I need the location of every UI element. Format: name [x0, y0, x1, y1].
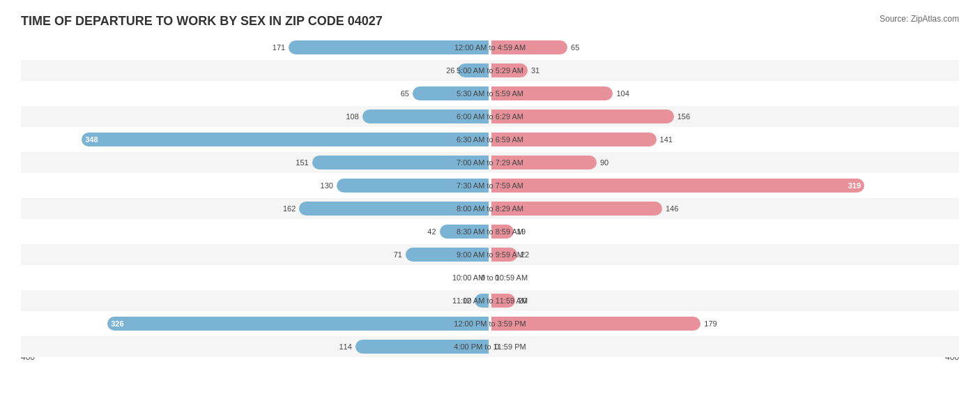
male-bar-container: 12 [21, 294, 489, 308]
male-value: 71 [394, 250, 402, 259]
female-value: 156 [677, 112, 690, 121]
bar-time-label: 6:30 AM to 6:59 AM [457, 129, 523, 150]
male-bar-container: 71 [21, 248, 489, 262]
female-bar-container: 90 [491, 156, 959, 169]
bar-right-section: 156 [490, 106, 959, 127]
bar-right-section: 0 [490, 336, 959, 357]
bar-left-section: 348 [21, 129, 490, 150]
male-value: 114 [339, 342, 351, 351]
bar-left-section: 71 [21, 244, 490, 265]
male-bar: 326 [107, 317, 489, 331]
female-value-inside: 319 [848, 181, 861, 190]
bar-left-section: 108 [21, 106, 490, 127]
bar-left-section: 0 [21, 267, 490, 288]
bar-left-section: 65 [21, 83, 490, 104]
bar-right-section: 22 [490, 244, 959, 265]
female-bar-container: 20 [491, 294, 959, 308]
male-value: 162 [283, 204, 296, 213]
male-bar-container: 171 [21, 40, 489, 54]
male-value: 130 [321, 181, 333, 190]
male-value: 42 [427, 227, 436, 236]
female-bar-container: 31 [491, 63, 959, 77]
bar-left-section: 12 [21, 290, 490, 311]
male-bar: 348 [82, 133, 489, 146]
male-bar-container: 65 [21, 86, 489, 100]
male-bar-container: 348 [21, 133, 489, 146]
bar-row: 1517:00 AM to 7:29 AM90 [21, 152, 959, 173]
female-value: 104 [616, 89, 629, 98]
bar-left-section: 42 [21, 221, 490, 242]
female-bar: 319 [491, 179, 864, 193]
bar-left-section: 114 [21, 336, 490, 357]
bar-time-label: 12:00 PM to 3:59 PM [454, 313, 526, 334]
female-bar-container: 22 [491, 248, 959, 262]
chart-title: TIME OF DEPARTURE TO WORK BY SEX IN ZIP … [21, 14, 959, 29]
bar-row: 1307:30 AM to 7:59 AM319 [21, 175, 959, 196]
bar-left-section: 171 [21, 37, 490, 58]
bar-row: 719:00 AM to 9:59 AM22 [21, 244, 959, 265]
male-bar-container: 151 [21, 156, 489, 169]
bar-row: 1144:00 PM to 11:59 PM0 [21, 336, 959, 357]
bar-time-label: 4:00 PM to 11:59 PM [454, 336, 526, 357]
female-bar-container: 65 [491, 40, 959, 54]
bar-time-label: 11:00 AM to 11:59 AM [452, 290, 528, 311]
male-bar-container: 162 [21, 202, 489, 216]
bar-right-section: 179 [490, 313, 959, 334]
male-value-inside: 326 [111, 319, 123, 328]
bar-time-label: 8:00 AM to 8:29 AM [457, 198, 523, 219]
bar-right-section: 141 [490, 129, 959, 150]
bar-row: 655:30 AM to 5:59 AM104 [21, 83, 959, 104]
chart-container: TIME OF DEPARTURE TO WORK BY SEX IN ZIP … [0, 0, 980, 415]
female-value: 31 [531, 66, 539, 75]
bars-wrapper: 17112:00 AM to 4:59 AM65265:00 AM to 5:2… [21, 37, 959, 333]
male-bar-container: 0 [21, 273, 489, 282]
bar-time-label: 7:30 AM to 7:59 AM [457, 175, 523, 196]
bar-row: 1628:00 AM to 8:29 AM146 [21, 198, 959, 219]
male-bar-container: 326 [21, 317, 489, 331]
bar-time-label: 8:30 AM to 8:59 AM [457, 221, 523, 242]
male-bar-container: 42 [21, 225, 489, 239]
bar-time-label: 7:00 AM to 7:29 AM [457, 152, 523, 173]
female-value: 146 [666, 204, 678, 213]
male-value: 26 [446, 66, 454, 75]
bar-time-label: 10:00 AM to 10:59 AM [452, 267, 528, 288]
female-bar-container: 19 [491, 225, 959, 239]
bar-time-label: 5:30 AM to 5:59 AM [457, 83, 523, 104]
male-value: 65 [401, 89, 409, 98]
female-value: 65 [571, 43, 579, 52]
bar-left-section: 326 [21, 313, 490, 334]
male-value-inside: 348 [85, 135, 98, 144]
bar-row: 1211:00 AM to 11:59 AM20 [21, 290, 959, 311]
female-bar-container: 146 [491, 202, 959, 216]
female-bar-container: 141 [491, 133, 959, 146]
female-value: 141 [660, 135, 673, 144]
bar-right-section: 319 [490, 175, 959, 196]
female-value: 90 [600, 158, 608, 167]
bar-time-label: 12:00 AM to 4:59 AM [454, 37, 526, 58]
bar-left-section: 130 [21, 175, 490, 196]
bar-right-section: 19 [490, 221, 959, 242]
source-text: Source: ZipAtlas.com [880, 14, 959, 24]
bar-left-section: 151 [21, 152, 490, 173]
bar-left-section: 162 [21, 198, 490, 219]
female-bar-container: 104 [491, 86, 959, 100]
bar-right-section: 31 [490, 60, 959, 81]
male-bar-container: 114 [21, 340, 489, 354]
bar-right-section: 104 [490, 83, 959, 104]
bar-row: 265:00 AM to 5:29 AM31 [21, 60, 959, 81]
chart-area: 17112:00 AM to 4:59 AM65265:00 AM to 5:2… [21, 37, 959, 361]
bar-row: 1086:00 AM to 6:29 AM156 [21, 106, 959, 127]
bar-time-label: 9:00 AM to 9:59 AM [457, 244, 523, 265]
male-value: 151 [296, 158, 308, 167]
bar-right-section: 90 [490, 152, 959, 173]
bar-right-section: 0 [490, 267, 959, 288]
female-value: 179 [704, 319, 717, 328]
male-bar-container: 108 [21, 110, 489, 123]
bar-left-section: 26 [21, 60, 490, 81]
bar-row: 32612:00 PM to 3:59 PM179 [21, 313, 959, 334]
female-bar-container: 0 [491, 342, 959, 351]
male-value: 108 [346, 112, 358, 121]
male-value: 171 [273, 43, 285, 52]
bar-row: 17112:00 AM to 4:59 AM65 [21, 37, 959, 58]
bar-row: 3486:30 AM to 6:59 AM141 [21, 129, 959, 150]
